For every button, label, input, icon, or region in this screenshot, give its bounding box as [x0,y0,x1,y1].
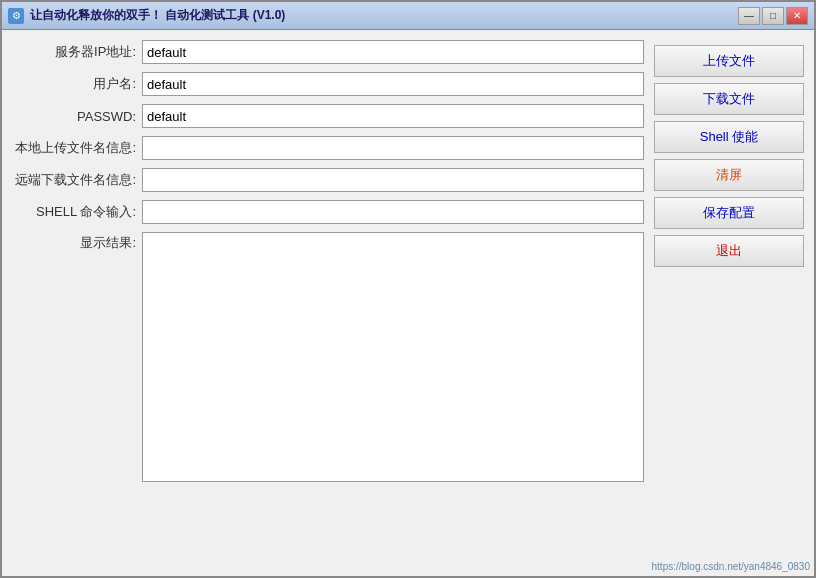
local-upload-label: 本地上传文件名信息: [12,139,142,157]
result-textarea-container [142,232,644,485]
shell-cmd-input[interactable] [142,200,644,224]
server-ip-input[interactable] [142,40,644,64]
remote-download-input[interactable] [142,168,644,192]
minimize-button[interactable]: — [738,7,760,25]
content-area: 服务器IP地址: 用户名: PASSWD: 本地上传文件名信息: [2,30,814,576]
remote-download-label: 远端下载文件名信息: [12,171,142,189]
remote-download-row: 远端下载文件名信息: [12,168,644,192]
restore-button[interactable]: □ [762,7,784,25]
upload-button[interactable]: 上传文件 [654,45,804,77]
passwd-label: PASSWD: [12,109,142,124]
shell-cmd-row: SHELL 命令输入: [12,200,644,224]
display-result-row: 显示结果: [12,232,644,485]
shell-button[interactable]: Shell 使能 [654,121,804,153]
shell-cmd-label: SHELL 命令输入: [12,203,142,221]
username-row: 用户名: [12,72,644,96]
result-textarea[interactable] [142,232,644,482]
window-title: 让自动化释放你的双手！ 自动化测试工具 (V1.0) [30,7,285,24]
clear-button[interactable]: 清屏 [654,159,804,191]
button-panel: 上传文件 下载文件 Shell 使能 清屏 保存配置 退出 [654,40,804,566]
server-ip-label: 服务器IP地址: [12,43,142,61]
passwd-input[interactable] [142,104,644,128]
title-bar: ⚙ 让自动化释放你的双手！ 自动化测试工具 (V1.0) — □ ✕ [2,2,814,30]
username-label: 用户名: [12,75,142,93]
local-upload-row: 本地上传文件名信息: [12,136,644,160]
save-button[interactable]: 保存配置 [654,197,804,229]
passwd-row: PASSWD: [12,104,644,128]
form-area: 服务器IP地址: 用户名: PASSWD: 本地上传文件名信息: [12,40,644,566]
quit-button[interactable]: 退出 [654,235,804,267]
username-input[interactable] [142,72,644,96]
main-window: ⚙ 让自动化释放你的双手！ 自动化测试工具 (V1.0) — □ ✕ 服务器IP… [0,0,816,578]
title-buttons: — □ ✕ [738,7,808,25]
local-upload-input[interactable] [142,136,644,160]
title-bar-left: ⚙ 让自动化释放你的双手！ 自动化测试工具 (V1.0) [8,7,285,24]
server-ip-row: 服务器IP地址: [12,40,644,64]
download-button[interactable]: 下载文件 [654,83,804,115]
app-icon: ⚙ [8,8,24,24]
display-result-label: 显示结果: [12,232,142,252]
window-inner: 服务器IP地址: 用户名: PASSWD: 本地上传文件名信息: [2,30,814,576]
close-button[interactable]: ✕ [786,7,808,25]
